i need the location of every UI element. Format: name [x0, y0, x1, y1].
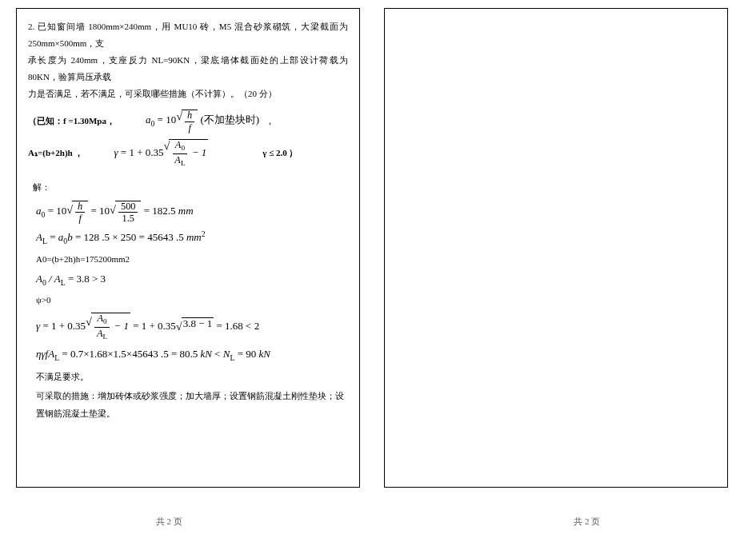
- page-container: 2. 已知窗间墙 1800mm×240mm，用 MU10 砖，M5 混合砂浆砌筑…: [0, 0, 756, 504]
- problem-line-2: 承长度为 240mm，支座反力 NL=90KN，梁底墙体截面处的上部设计荷载为 …: [28, 55, 348, 82]
- a0-formula: a0 = 10hf (不加垫块时): [146, 110, 259, 133]
- step-check: ηγfAL = 0.7×1.68×1.5×45643 .5 = 80.5 kN …: [36, 346, 348, 364]
- a1-label: A₁=(b+2h)h ，: [28, 145, 83, 161]
- problem-statement: 2. 已知窗间墙 1800mm×240mm，用 MU10 砖，M5 混合砂浆砌筑…: [28, 18, 348, 102]
- problem-line-3: 力是否满足，若不满足，可采取哪些措施（不计算）。（20 分）: [28, 89, 277, 98]
- footer-right: 共 2 页: [418, 516, 757, 528]
- step-a0: a0 = 10hf = 105001.5 = 182.5 mm: [36, 201, 348, 224]
- problem-number: 2.: [28, 22, 34, 31]
- given-line-2: A₁=(b+2h)h ， γ = 1 + 0.35A0AL − 1 γ ≤ 2.…: [28, 139, 348, 167]
- problem-line-1: 已知窗间墙 1800mm×240mm，用 MU10 砖，M5 混合砂浆砌筑，大梁…: [28, 22, 348, 48]
- step-gamma: γ = 1 + 0.35A0AL − 1 = 1 + 0.353.8 − 1 =…: [36, 313, 348, 341]
- step-a0-area: A0=(b+2h)h=175200mm2: [36, 253, 348, 267]
- gamma-tail: γ ≤ 2.0 ）: [262, 145, 298, 161]
- gamma-formula: γ = 1 + 0.35A0AL − 1: [114, 139, 208, 167]
- a0-tail: ，: [266, 113, 274, 130]
- footer-left: 共 2 页: [0, 516, 338, 528]
- step-ratio: A0 / AL = 3.8 > 3: [36, 271, 348, 289]
- right-page: [384, 8, 728, 488]
- step-measures: 可采取的措施：增加砖体或砂浆强度；加大墙厚；设置钢筋混凝土刚性垫块；设置钢筋混凝…: [36, 387, 348, 422]
- left-page: 2. 已知窗间墙 1800mm×240mm，用 MU10 砖，M5 混合砂浆砌筑…: [16, 8, 360, 488]
- step-result: 不满足要求。: [36, 369, 348, 385]
- solution-label: 解：: [33, 179, 348, 196]
- page-footers: 共 2 页 共 2 页: [0, 516, 756, 528]
- given-line-1: （已知：f =1.30Mpa， a0 = 10hf (不加垫块时) ，: [28, 110, 348, 133]
- step-psi: ψ>0: [36, 293, 348, 308]
- step-al: AL = a0b = 128 .5 × 250 = 45643 .5 mm2: [36, 228, 348, 248]
- known-label: （已知：f =1.30Mpa，: [28, 113, 115, 130]
